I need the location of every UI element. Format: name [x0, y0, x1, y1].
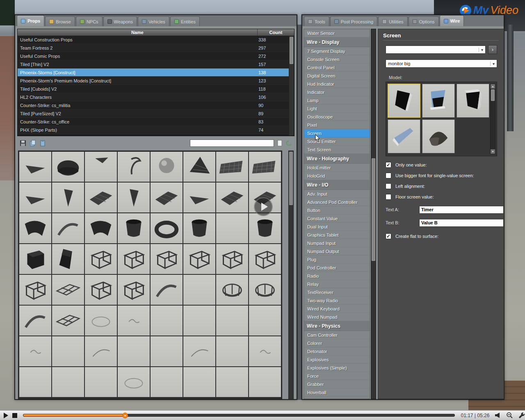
checkbox-floor-screen-value[interactable]: Floor screen value:	[386, 194, 434, 200]
prop-thumbnail-curve[interactable]	[151, 275, 183, 305]
prop-thumbnail-blank[interactable]	[216, 367, 248, 397]
prop-thumbnail-halfpipe[interactable]	[85, 213, 117, 243]
category-row[interactable]: Team Fortress 2297	[18, 44, 289, 52]
prop-thumbnail-tile[interactable]	[85, 183, 117, 212]
page-icon[interactable]	[277, 140, 282, 146]
prop-thumbnail-blank[interactable]	[183, 367, 215, 397]
checkbox-left-alignment[interactable]: Left alignment:	[386, 183, 425, 189]
prop-thumbnail-tile[interactable]	[216, 183, 248, 212]
tab-browse[interactable]: Browse	[45, 16, 75, 26]
prop-thumbnail-cone[interactable]	[118, 183, 150, 212]
prop-thumbnail-blank[interactable]	[216, 213, 248, 243]
prop-thumbnail-wedge[interactable]	[19, 183, 51, 212]
tool-item-hoverball[interactable]: Hoverball	[304, 388, 370, 397]
prop-thumbnail-blank[interactable]	[151, 336, 183, 366]
prop-thumbnail-tri-small[interactable]	[85, 152, 117, 182]
prop-thumbnail-prism[interactable]	[52, 244, 84, 274]
tool-item-digital-screen[interactable]: Digital Screen	[304, 72, 370, 80]
prop-thumbnail-squiggle[interactable]	[19, 336, 51, 366]
column-count[interactable]: Count	[257, 29, 294, 36]
prop-thumbnail-arc[interactable]	[183, 336, 215, 366]
grid-scrollbar[interactable]	[288, 151, 294, 399]
tool-item-wired-numpad[interactable]: Wired Numpad	[304, 313, 370, 321]
checkbox-only-one-value[interactable]: ✓Only one value:	[386, 162, 427, 168]
volume-icon[interactable]	[494, 412, 501, 419]
tool-item-indicator[interactable]: Indicator	[304, 88, 370, 96]
tab-wire[interactable]: Wire	[440, 15, 464, 26]
tool-item-force[interactable]: Force	[304, 372, 370, 380]
prop-thumbnail-cup[interactable]	[118, 213, 150, 243]
prop-thumbnail-frame[interactable]	[85, 244, 117, 274]
tool-item-holoemitter[interactable]: HoloEmitter	[304, 164, 370, 172]
prop-thumbnail-frame[interactable]	[19, 275, 51, 305]
tool-item-detonator[interactable]: Detonator	[304, 347, 370, 356]
tool-item-water-sensor[interactable]: Water Sensor	[304, 29, 370, 37]
preset-dropdown[interactable]: ▾	[386, 46, 486, 54]
tab-entities[interactable]: Entities	[170, 16, 200, 26]
tool-item-console-screen[interactable]: Console Screen	[304, 55, 370, 64]
column-name[interactable]: Name	[18, 29, 257, 36]
model-thumb-screen-black[interactable]	[388, 84, 420, 118]
category-row[interactable]: Useful Comic Props272	[18, 52, 289, 60]
tool-item-textreceiver[interactable]: TextReceiver	[304, 288, 370, 297]
tool-item-graphics-tablet[interactable]: Graphics Tablet	[304, 231, 370, 239]
tool-item-adv-input[interactable]: Adv. Input	[304, 190, 370, 198]
tool-item-lamp[interactable]: Lamp	[304, 96, 370, 105]
category-row[interactable]: HL2 Characters106	[18, 93, 289, 101]
prop-thumbnail-tile-frame[interactable]	[52, 275, 84, 305]
video-play-overlay[interactable]	[254, 197, 273, 216]
prop-thumbnail-sphere[interactable]	[151, 152, 183, 182]
tool-item-cam-controller[interactable]: Cam Controller	[304, 331, 370, 339]
prop-thumbnail-round-frame[interactable]	[216, 275, 248, 305]
prop-thumbnail-tile[interactable]	[151, 183, 183, 212]
prop-thumbnail-ellipse-faint[interactable]	[85, 306, 117, 336]
preset-next-button[interactable]: ›	[488, 45, 497, 54]
checkbox-box[interactable]: ✓	[386, 233, 391, 239]
prop-thumbnail-blank[interactable]	[151, 306, 183, 336]
play-button[interactable]	[4, 413, 8, 418]
seek-handle[interactable]: ◂▸	[122, 413, 128, 418]
prop-thumbnail-blank[interactable]	[183, 275, 215, 305]
tool-item-light[interactable]: Light	[304, 105, 370, 113]
prop-thumbnail-blank[interactable]	[52, 367, 84, 397]
prop-thumbnail-disc[interactable]	[52, 152, 84, 182]
category-row[interactable]: PHX (Slope Parts)74	[18, 126, 289, 134]
checkbox-create-flat-to-surface[interactable]: ✓ Create flat to surface:	[386, 233, 438, 239]
chevron-down-icon[interactable]: ▾	[490, 62, 497, 66]
scroll-down-icon[interactable]: ▼	[491, 149, 495, 154]
prop-thumbnail-cone[interactable]	[52, 183, 84, 212]
model-thumb-screen-black2[interactable]	[457, 84, 489, 118]
prop-thumbnail-frame[interactable]	[216, 244, 248, 274]
checkbox-box[interactable]: ✓	[386, 162, 391, 168]
tool-item-relay[interactable]: Relay	[304, 280, 370, 288]
prop-thumbnail-halfpipe[interactable]	[19, 213, 51, 243]
category-row[interactable]: Tiled [PureSized] V289	[18, 110, 289, 118]
tool-item-pod-controller[interactable]: Pod Controller	[304, 264, 370, 272]
prop-thumbnail-blank[interactable]	[249, 306, 281, 336]
category-row[interactable]: Phoenix-Storm's Premium Models [Construc…	[18, 77, 289, 85]
tool-item-numpad-input[interactable]: Numpad Input	[304, 239, 370, 247]
scrollbar-thumb[interactable]	[372, 158, 375, 261]
tool-item-wired-keyboard[interactable]: Wired Keyboard	[304, 305, 370, 313]
text-a-input[interactable]	[419, 206, 504, 214]
tool-item-hologrid[interactable]: HoloGrid	[304, 172, 370, 180]
tab-weapons[interactable]: Weapons	[103, 16, 137, 26]
tab-tools[interactable]: Tools	[304, 16, 329, 26]
prop-thumbnail-tile-frame[interactable]	[52, 306, 84, 336]
category-row[interactable]: Counter-Strike: cs_militia90	[18, 101, 289, 110]
tool-list-scrollbar[interactable]	[371, 29, 376, 399]
zoom-out-icon[interactable]	[506, 412, 513, 419]
category-row[interactable]: Useful Construction Props338	[18, 36, 289, 44]
save-icon[interactable]	[20, 140, 26, 146]
tool-item-pixel[interactable]: Pixel	[304, 121, 370, 129]
refresh-icon[interactable]	[285, 140, 292, 146]
tool-item-explosives[interactable]: Explosives	[304, 356, 370, 364]
prop-thumbnail-frame[interactable]	[249, 244, 281, 274]
wrench-icon[interactable]	[518, 412, 525, 419]
text-b-input[interactable]	[419, 219, 504, 227]
model-dropdown[interactable]: monitor big ▾	[386, 59, 497, 68]
category-row[interactable]: Phoenix-Storms [Construct]138	[18, 68, 289, 77]
prop-thumbnail-squiggle[interactable]	[249, 336, 281, 366]
tool-item-colorer[interactable]: Colorer	[304, 339, 370, 347]
prop-thumbnail-ellipse-faint[interactable]	[118, 367, 150, 397]
